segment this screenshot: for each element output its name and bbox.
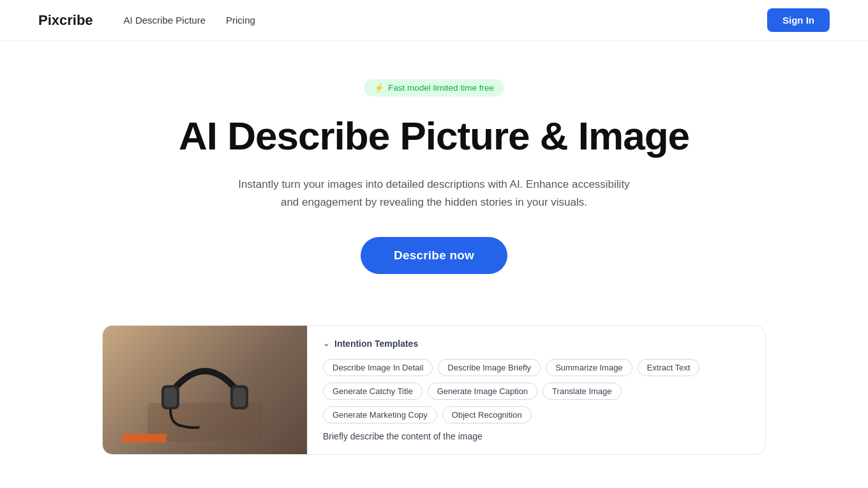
prompt-text: Briefly describe the content of the imag…	[323, 431, 750, 441]
nav-link-pricing[interactable]: Pricing	[226, 15, 255, 26]
tag-describe-in-detail[interactable]: Describe Image In Detail	[323, 359, 433, 376]
site-logo[interactable]: Pixcribe	[38, 12, 93, 29]
svg-rect-2	[164, 388, 177, 407]
tag-extract-text[interactable]: Extract Text	[638, 359, 700, 376]
badge-text: Fast model limited time free	[388, 83, 494, 93]
tags-row-2: Generate Catchy Title Generate Image Cap…	[323, 383, 750, 400]
hero-subtitle: Instantly turn your images into detailed…	[230, 176, 638, 211]
navbar: Pixcribe AI Describe Picture Pricing Sig…	[0, 0, 868, 41]
demo-section: ⌄ Intention Templates Describe Image In …	[0, 300, 868, 455]
demo-image	[103, 326, 307, 454]
signin-button[interactable]: Sign In	[767, 8, 830, 32]
chevron-down-icon: ⌄	[323, 339, 329, 348]
tag-generate-caption[interactable]: Generate Image Caption	[428, 383, 537, 400]
demo-image-panel	[103, 326, 307, 454]
tag-object-recognition[interactable]: Object Recognition	[442, 406, 532, 423]
tag-translate-image[interactable]: Translate Image	[542, 383, 621, 400]
templates-header: ⌄ Intention Templates	[323, 339, 750, 349]
tags-row-1: Describe Image In Detail Describe Image …	[323, 359, 750, 376]
demo-card: ⌄ Intention Templates Describe Image In …	[102, 325, 766, 455]
tag-describe-briefly[interactable]: Describe Image Briefly	[438, 359, 541, 376]
tag-generate-marketing-copy[interactable]: Generate Marketing Copy	[323, 406, 437, 423]
demo-content-panel: ⌄ Intention Templates Describe Image In …	[307, 326, 765, 454]
nav-link-ai-describe[interactable]: AI Describe Picture	[124, 15, 206, 26]
templates-label: Intention Templates	[334, 339, 418, 349]
svg-rect-4	[233, 388, 246, 407]
tag-generate-catchy-title[interactable]: Generate Catchy Title	[323, 383, 423, 400]
promo-badge: ⚡ Fast model limited time free	[364, 79, 504, 96]
tags-row-3: Generate Marketing Copy Object Recogniti…	[323, 406, 750, 423]
hero-title: AI Describe Picture & Image	[179, 114, 689, 158]
headphone-illustration	[147, 339, 262, 441]
badge-icon: ⚡	[374, 83, 384, 93]
hero-section: ⚡ Fast model limited time free AI Descri…	[0, 41, 868, 300]
tag-summarize-image[interactable]: Summarize Image	[546, 359, 632, 376]
nav-links: AI Describe Picture Pricing	[124, 15, 767, 26]
describe-now-button[interactable]: Describe now	[361, 237, 507, 274]
